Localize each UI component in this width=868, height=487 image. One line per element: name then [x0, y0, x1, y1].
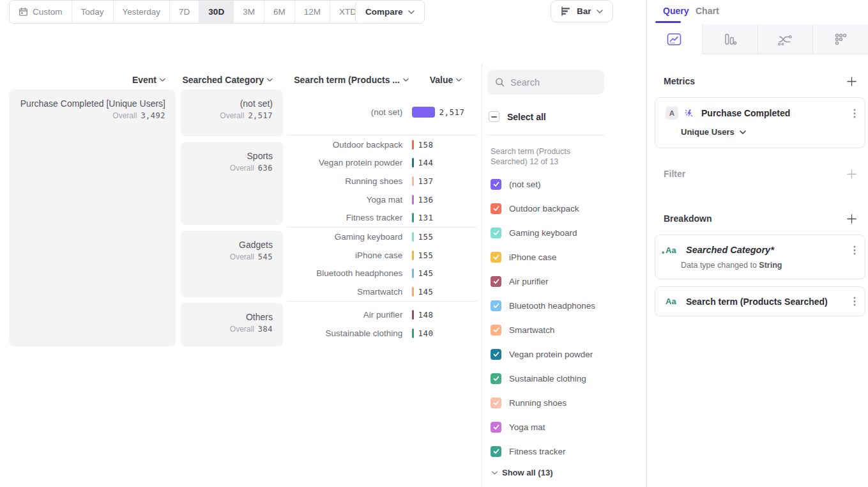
column-header-search-term[interactable]: Search term (Products ... — [287, 73, 409, 87]
legend-checkbox[interactable] — [491, 349, 501, 360]
value-bar[interactable] — [412, 287, 414, 297]
date-range-custom[interactable]: Custom — [10, 1, 72, 23]
legend-checkbox[interactable] — [491, 203, 501, 214]
kebab-menu-icon[interactable] — [853, 297, 856, 306]
legend-checkbox[interactable] — [491, 446, 501, 457]
horizontal-bar-chart-icon — [561, 6, 572, 16]
legend-checkbox[interactable] — [491, 276, 501, 287]
date-range-30d[interactable]: 30D — [199, 1, 233, 23]
value-bar[interactable] — [412, 310, 414, 320]
value-bar[interactable] — [412, 329, 414, 338]
select-all-row[interactable]: Select all — [489, 111, 546, 122]
add-breakdown-button[interactable] — [847, 214, 857, 224]
value-bar[interactable] — [412, 232, 414, 242]
legend-item-row[interactable]: Air purifier — [491, 269, 618, 293]
check-icon — [493, 206, 499, 212]
check-icon — [493, 376, 499, 382]
category-cell[interactable]: SportsOverall636 — [181, 142, 283, 225]
column-header-searched-category[interactable]: Searched Category — [181, 73, 273, 87]
toolbar: CustomTodayYesterday7D30D3M6M12MXTD Comp… — [0, 0, 646, 24]
legend-checkbox[interactable] — [491, 325, 501, 336]
legend-checkbox[interactable] — [491, 422, 501, 433]
legend-checkbox[interactable] — [491, 300, 501, 311]
term-row[interactable]: Vegan protein powder144 — [287, 154, 476, 173]
chart-tab-funnels[interactable] — [702, 24, 758, 54]
measure-dropdown[interactable]: Unique Users — [681, 127, 856, 137]
tab-query[interactable]: Query — [663, 6, 689, 16]
date-range-today[interactable]: Today — [72, 1, 113, 23]
chart-tab-insights[interactable] — [647, 24, 702, 54]
show-all-button[interactable]: Show all (13) — [492, 468, 552, 477]
event-cell[interactable]: Purchase Completed [Unique Users] Overal… — [9, 89, 176, 346]
check-icon — [493, 424, 499, 430]
legend-item-row[interactable]: Smartwatch — [491, 318, 618, 342]
value-bar[interactable] — [412, 107, 435, 118]
legend-item-row[interactable]: (not set) — [491, 172, 618, 196]
term-row[interactable]: Smartwatch145 — [287, 282, 476, 301]
legend-checkbox[interactable] — [491, 398, 501, 408]
search-input[interactable] — [510, 77, 593, 88]
term-row[interactable]: Outdoor backpack158 — [287, 135, 476, 154]
term-row[interactable]: Fitness tracker131 — [287, 208, 476, 227]
legend-item-row[interactable]: Yoga mat — [491, 415, 618, 439]
value-bar[interactable] — [412, 176, 414, 186]
metric-card[interactable]: A Purchase Completed Unique Users — [655, 97, 865, 148]
category-cell[interactable]: GadgetsOverall545 — [181, 231, 283, 297]
legend-item-label: Yoga mat — [509, 422, 545, 432]
date-range-12m[interactable]: 12M — [294, 1, 330, 23]
legend-item-row[interactable]: Vegan protein powder — [491, 342, 618, 366]
value-bar[interactable] — [412, 268, 414, 278]
term-label: Gaming keyboard — [287, 232, 402, 242]
legend-item-label: Sustainable clothing — [509, 374, 586, 383]
kebab-menu-icon[interactable] — [853, 245, 856, 255]
legend-item-row[interactable]: Bluetooth headphones — [491, 293, 618, 318]
breakdown-card-searched-category[interactable]: *Aa Searched Category* Data type changed… — [655, 235, 865, 279]
category-cell[interactable]: OthersOverall384 — [181, 303, 283, 346]
metrics-header: Metrics — [664, 75, 857, 88]
term-row[interactable]: (not set)2,517 — [287, 103, 476, 121]
compare-button[interactable]: Compare — [355, 0, 425, 24]
term-row[interactable]: Bluetooth headphones145 — [287, 265, 476, 283]
column-header-term-label: Search term (Products ... — [294, 75, 400, 85]
column-header-event[interactable]: Event — [9, 73, 165, 87]
legend-item-row[interactable]: Sustainable clothing — [491, 366, 618, 390]
term-row[interactable]: Air purifier148 — [287, 305, 476, 324]
term-row[interactable]: iPhone case155 — [287, 246, 476, 265]
add-metric-button[interactable] — [847, 77, 857, 86]
value-bar[interactable] — [412, 140, 414, 150]
legend-checkbox[interactable] — [491, 373, 501, 384]
chevron-down-icon — [403, 78, 409, 82]
term-row[interactable]: Running shoes137 — [287, 172, 476, 190]
select-all-checkbox[interactable] — [489, 111, 499, 122]
legend-checkbox[interactable] — [491, 179, 501, 190]
legend-item-row[interactable]: Running shoes — [491, 390, 618, 415]
value-bar[interactable] — [412, 251, 414, 260]
legend-item-row[interactable]: Gaming keyboard — [491, 220, 618, 245]
value-bar[interactable] — [412, 213, 414, 222]
term-row[interactable]: Yoga mat136 — [287, 190, 476, 209]
term-row[interactable]: Gaming keyboard155 — [287, 228, 476, 246]
term-row[interactable]: Sustainable clothing140 — [287, 324, 476, 343]
chart-tab-retention[interactable] — [812, 24, 868, 54]
date-range-7d[interactable]: 7D — [169, 1, 199, 23]
legend-search-box[interactable] — [487, 70, 604, 95]
chart-style-dropdown[interactable]: Bar — [551, 0, 613, 22]
date-range-3m[interactable]: 3M — [233, 1, 264, 23]
panel-divider — [482, 64, 482, 487]
legend-item-row[interactable]: iPhone case — [491, 245, 618, 269]
value-bar[interactable] — [412, 158, 414, 167]
date-range-yesterday[interactable]: Yesterday — [113, 1, 170, 23]
add-filter-button[interactable] — [847, 169, 857, 179]
chart-tab-flow[interactable] — [758, 24, 813, 54]
date-range-6m[interactable]: 6M — [264, 1, 294, 23]
kebab-menu-icon[interactable] — [853, 109, 856, 118]
legend-checkbox[interactable] — [491, 228, 501, 238]
legend-checkbox[interactable] — [491, 252, 501, 263]
legend-item-row[interactable]: Fitness tracker — [491, 439, 618, 463]
tab-chart[interactable]: Chart — [696, 6, 719, 16]
category-cell[interactable]: (not set)Overall2,517 — [181, 89, 283, 136]
value-bar[interactable] — [412, 195, 414, 205]
column-header-value[interactable]: Value — [415, 73, 476, 87]
breakdown-card-search-term[interactable]: Aa Search term (Products Searched) — [655, 286, 865, 316]
legend-item-row[interactable]: Outdoor backpack — [491, 196, 618, 220]
